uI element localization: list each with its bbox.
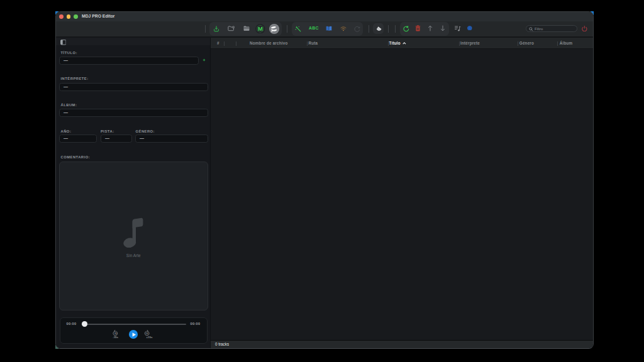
svg-text:M: M (258, 26, 263, 32)
svg-text:15: 15 (145, 332, 148, 335)
svg-text:15: 15 (114, 332, 117, 335)
